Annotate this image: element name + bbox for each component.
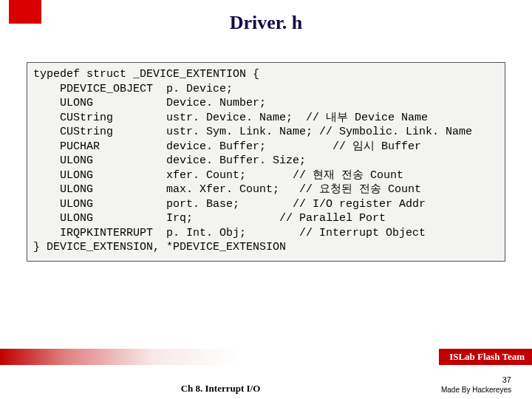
code-line: typedef struct _DEVICE_EXTENTION { [33, 67, 499, 82]
code-line: ULONG Device. Number; [33, 96, 499, 111]
page-info: 37 Made By Hackereyes [441, 375, 511, 395]
code-line: ULONG max. Xfer. Count; // 요청된 전송 Count [33, 183, 499, 197]
code-line: ULONG port. Base; // I/O register Addr [33, 197, 499, 212]
team-label: ISLab Flash Team [439, 349, 532, 365]
code-line: PUCHAR device. Buffer; // 임시 Buffer [33, 140, 499, 154]
code-line: PDEVICE_OBJECT p. Device; [33, 82, 499, 97]
page-title: Driver. h [0, 12, 532, 34]
code-container: typedef struct _DEVICE_EXTENTION { PDEVI… [27, 62, 505, 262]
code-line: CUString ustr. Sym. Link. Name; // Symbo… [33, 125, 499, 140]
chapter-label: Ch 8. Interrupt I/O [0, 383, 441, 395]
footer: Ch 8. Interrupt I/O 37 Made By Hackereye… [0, 375, 532, 395]
code-line: ULONG xfer. Count; // 현재 전송 Count [33, 168, 499, 183]
code-line: ULONG Irq; // Parallel Port [33, 211, 499, 226]
page-number: 37 [441, 375, 511, 385]
code-line: ULONG device. Buffer. Size; [33, 154, 499, 168]
code-line: } DEVICE_EXTENSION, *PDEVICE_EXTENSION [33, 240, 499, 255]
footer-gradient [0, 349, 436, 365]
code-line: CUString ustr. Device. Name; // 내부 Devic… [33, 111, 499, 126]
accent-block [9, 0, 41, 24]
code-line: IRQPKINTERRUPT p. Int. Obj; // Interrupt… [33, 226, 499, 241]
author-label: Made By Hackereyes [441, 385, 511, 395]
